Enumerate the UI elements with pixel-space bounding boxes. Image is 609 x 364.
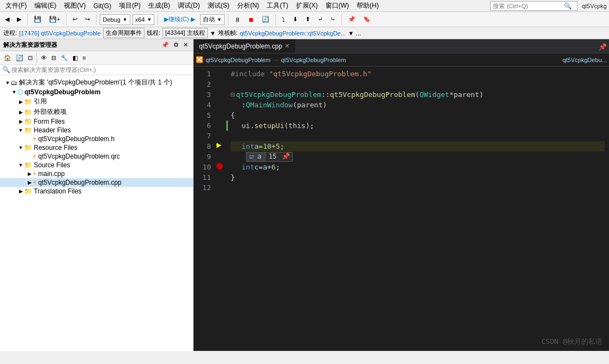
tree-external-deps[interactable]: ▶ 📁 外部依赖项 — [0, 107, 193, 117]
global-search-input[interactable] — [493, 3, 564, 9]
show-all-btn[interactable]: 👁 — [39, 54, 49, 62]
panel-close-btn[interactable]: ✕ — [182, 41, 190, 49]
props-btn[interactable]: 🔧 — [59, 54, 70, 62]
step-into-btn[interactable]: ⬇ — [290, 14, 300, 25]
expand-header-icon[interactable]: ▼ — [17, 128, 24, 133]
code-kw-int-8: int — [242, 141, 254, 151]
undo-btn[interactable]: ↩ — [70, 14, 80, 25]
expand-resource-icon[interactable]: ▼ — [17, 145, 24, 150]
toolbar-separator-5 — [228, 14, 228, 25]
collapse-icon-3[interactable]: ⊟ — [231, 89, 235, 100]
expand-ref-icon[interactable]: ▶ — [17, 99, 24, 105]
misc-btn1[interactable]: ⤶ — [315, 14, 325, 25]
home-btn[interactable]: 🏠 — [2, 54, 13, 62]
save-btn[interactable]: 💾 — [31, 14, 44, 25]
refresh-btn[interactable]: 🔄 — [14, 54, 25, 62]
back-btn[interactable]: ◀ — [2, 14, 12, 25]
expand-form-icon[interactable]: ▶ — [17, 119, 24, 124]
thread-id[interactable]: [43344] 主线程 — [162, 28, 208, 38]
menu-analyze[interactable]: 分析(N) — [234, 0, 263, 11]
line-num-12: 12 — [194, 183, 211, 193]
menu-edit[interactable]: 编辑(E) — [31, 0, 59, 11]
tree-source-files[interactable]: ▼ 📁 Source Files — [0, 161, 193, 169]
lifecycle-btn[interactable]: 生命周期事件 — [103, 28, 144, 38]
editor-area: qt5VcpkgDebugProblem.cpp ✕ 📌 🔀 qt5VcpkgD… — [194, 39, 609, 351]
tree-qrc-file[interactable]: + qt5VcpkgDebugProblem.qrc — [0, 152, 193, 161]
process-value[interactable]: [17476] qt5VcpkgDebugProble — [19, 30, 101, 37]
expand-translation-icon[interactable]: ▶ — [17, 189, 24, 194]
pin-btn[interactable]: 📌 — [345, 14, 358, 25]
step-over-btn[interactable]: ⤵ — [279, 15, 288, 25]
menu-file[interactable]: 文件(F) — [2, 0, 30, 11]
platform-dropdown[interactable]: x64 ▼ — [132, 14, 155, 25]
stack-arrow[interactable]: ▼ — [348, 30, 354, 37]
continue-btn[interactable]: ▶ 继续(C) ▶ — [161, 14, 197, 25]
tree-header-file-h[interactable]: + qt5VcpkgDebugProblem.h — [0, 135, 193, 143]
nav-class[interactable]: qt5VcpkgDebugProblem — [206, 57, 270, 63]
tree-ref[interactable]: ▶ 📁 引用 — [0, 96, 193, 107]
tree-resource-files[interactable]: ▼ 📁 Resource Files — [0, 143, 193, 152]
breakpoints-btn[interactable]: ⏸ — [232, 15, 243, 25]
nav-right[interactable]: qt5VcpkgDebu... — [563, 57, 607, 63]
menu-build[interactable]: 生成(B) — [145, 0, 173, 11]
redo-btn[interactable]: ↪ — [82, 14, 93, 25]
stop-btn[interactable]: ⏹ — [245, 15, 257, 25]
expand-source-icon[interactable]: ▼ — [17, 162, 24, 168]
filter-btn[interactable]: ▼ — [210, 30, 216, 37]
solution-label: 解决方案 'qt5VcpkgDebugProblem'(1 个项目/共 1 个) — [19, 78, 172, 87]
code-line-6: ui. setupUi (this); — [231, 120, 605, 131]
step-out-btn[interactable]: ⬆ — [303, 14, 313, 25]
misc-btn2[interactable]: ⤷ — [328, 14, 338, 25]
form-icon: 📁 — [24, 118, 32, 125]
solution-explorer-panel: 解决方案资源管理器 📌 ⚙ ✕ 🏠 🔄 ⊡ 👁 ⊟ 🔧 ◧ ≡ 🔍 — [0, 39, 194, 351]
stack-value[interactable]: qt5VcpkgDebugProblem::qt5VcpkgDe... — [240, 30, 346, 37]
tree-header-files[interactable]: ▼ 📁 Header Files — [0, 126, 193, 135]
breakpoint-marker[interactable] — [216, 163, 223, 169]
preview-btn[interactable]: ◧ — [71, 54, 80, 62]
editor-tab-active[interactable]: qt5VcpkgDebugProblem.cpp ✕ — [194, 39, 295, 53]
tree-main-cpp-file[interactable]: ▶ + qt5VcpkgDebugProblem.cpp — [0, 178, 193, 187]
code-eq-8: = — [258, 141, 263, 151]
expand-solution-icon[interactable]: ▼ — [4, 80, 11, 86]
expand-cpp-icon[interactable]: ▶ — [26, 180, 33, 185]
menu-help[interactable]: 帮助(H) — [353, 0, 382, 11]
tab-pin-icon[interactable]: 📌 — [596, 41, 609, 53]
bookmark-btn[interactable]: 🔖 — [360, 14, 373, 25]
expand-main-cpp-icon[interactable]: ▶ — [26, 171, 33, 177]
menu-project[interactable]: 项目(P) — [116, 0, 144, 11]
menu-extensions[interactable]: 扩展(X) — [293, 0, 321, 11]
code-content[interactable]: #include "qt5VcpkgDebugProblem.h" ⊟ qt5V… — [226, 66, 609, 351]
menu-tools[interactable]: 工具(T) — [263, 0, 291, 11]
expand-deps-icon[interactable]: ▶ — [17, 110, 24, 115]
restart-btn[interactable]: 🔄 — [259, 14, 272, 25]
tree-form-files[interactable]: ▶ 📁 Form Files — [0, 117, 193, 126]
debug-tooltip[interactable]: ☑ a 15 📌 — [246, 152, 293, 162]
panel-pin-btn[interactable]: 📌 — [160, 41, 171, 49]
save-all-btn[interactable]: 💾+ — [46, 14, 63, 25]
debug-mode-dropdown[interactable]: Debug ▼ — [100, 14, 130, 25]
menu-git[interactable]: Git(G) — [90, 1, 114, 11]
auto-dropdown[interactable]: 自动 ▼ — [200, 14, 225, 25]
collapse-btn[interactable]: ⊟ — [50, 54, 58, 62]
nav-member[interactable]: qt5VcpkgDebugProblem — [281, 57, 346, 63]
tree-translation-files[interactable]: ▶ 📁 Translation Files — [0, 187, 193, 196]
menu-view[interactable]: 视图(V) — [61, 0, 89, 11]
tooltip-pin-btn[interactable]: 📌 — [280, 151, 292, 162]
more-btn[interactable]: ... — [356, 30, 361, 37]
more-panel-btn[interactable]: ≡ — [81, 54, 87, 62]
tree-solution-root[interactable]: ▼ 🗂 解决方案 'qt5VcpkgDebugProblem'(1 个项目/共 … — [0, 77, 193, 88]
expand-project-icon[interactable]: ▼ — [11, 89, 17, 95]
tree-project[interactable]: ▼ ⬡ qt5VcpkgDebugProblem — [0, 88, 193, 96]
solution-search[interactable]: 🔍 — [0, 65, 193, 75]
code-semi-8: ; — [280, 141, 284, 151]
menu-debug[interactable]: 调试(D) — [174, 0, 203, 11]
panel-settings-btn[interactable]: ⚙ — [172, 41, 180, 49]
menu-test[interactable]: 测试(S) — [204, 0, 233, 11]
menu-window[interactable]: 窗口(W) — [322, 0, 352, 11]
filter-btn[interactable]: ⊡ — [26, 54, 34, 62]
solution-search-input[interactable] — [11, 66, 191, 73]
tab-close-btn[interactable]: ✕ — [285, 43, 290, 50]
forward-btn[interactable]: ▶ — [14, 14, 24, 25]
global-search-bar[interactable]: 🔍 — [490, 1, 577, 11]
tree-main-cpp[interactable]: ▶ + main.cpp — [0, 169, 193, 178]
